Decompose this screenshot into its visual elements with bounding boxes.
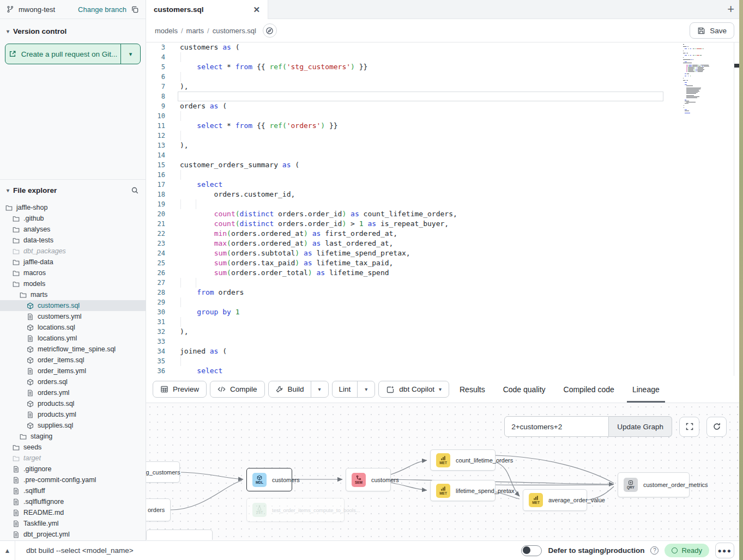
- file-tree-item[interactable]: order_items.sql: [0, 355, 146, 366]
- file-tree-item[interactable]: target: [0, 453, 146, 464]
- preview-button[interactable]: Preview: [153, 381, 207, 398]
- lineage-node-customer-order-metrics[interactable]: QRYcustomer_order_metrics: [618, 472, 690, 497]
- preview-label: Preview: [173, 385, 199, 393]
- lineage-node-test-order-items-compute-to-bools-[interactable]: TSTtest_order_items_compute_to_bools...: [246, 498, 345, 522]
- file-tree-item[interactable]: customers.yml: [0, 311, 146, 322]
- panel-tab-compiled-code[interactable]: Compiled code: [564, 376, 614, 403]
- lint-label: Lint: [339, 385, 351, 393]
- close-icon[interactable]: ✕: [253, 5, 260, 15]
- file-explorer-header[interactable]: ▾ File explorer: [0, 180, 146, 200]
- create-pr-button[interactable]: Create a pull request on Git...: [5, 44, 120, 64]
- tab-customers-sql[interactable]: customers.sql ✕: [146, 0, 268, 19]
- new-tab-button[interactable]: +: [727, 2, 734, 16]
- file-tree-item[interactable]: README.md: [0, 507, 146, 518]
- lint-button[interactable]: Lint: [333, 381, 358, 397]
- help-icon[interactable]: ?: [650, 546, 659, 555]
- lineage-node-customers[interactable]: MDLcustomers: [246, 468, 292, 491]
- code-lines: 3customers as (45 select * from {{ ref('…: [146, 42, 743, 376]
- dbt-cloud-ide: mwong-test Change branch ▾ Version contr…: [0, 0, 743, 560]
- file-name: metricflow_time_spine.sql: [38, 345, 116, 353]
- model-cube-icon: [27, 422, 34, 429]
- build-button[interactable]: Build: [269, 381, 311, 397]
- code-line: 4: [146, 52, 743, 62]
- file-tree-item[interactable]: macros: [0, 267, 146, 278]
- breadcrumb-marts[interactable]: marts: [186, 27, 204, 35]
- file-tree-item[interactable]: analyses: [0, 224, 146, 235]
- met-badge-icon: MET: [436, 484, 450, 498]
- file-tree-item[interactable]: staging: [0, 431, 146, 442]
- overflow-menu-button[interactable]: ●●●: [715, 543, 734, 558]
- change-branch-link[interactable]: Change branch: [78, 5, 126, 14]
- file-name: .sqlfluff: [23, 487, 45, 495]
- panel-tab-results[interactable]: Results: [460, 376, 485, 403]
- file-tree-item[interactable]: products.sql: [0, 398, 146, 409]
- lineage-node-count-lifetime-orders[interactable]: METcount_lifetime_orders: [430, 449, 496, 471]
- copilot-label: dbt Copilot: [399, 385, 434, 393]
- lint-dropdown[interactable]: ▾: [357, 381, 374, 397]
- file-tree-item[interactable]: .github: [0, 213, 146, 224]
- version-control-header[interactable]: ▾ Version control: [0, 19, 146, 40]
- expand-command-bar-button[interactable]: ▲: [0, 541, 15, 560]
- line-number: 23: [146, 239, 165, 248]
- save-button[interactable]: Save: [690, 22, 734, 39]
- file-tree-item[interactable]: dbt_packages: [0, 246, 146, 257]
- file-tree-item[interactable]: supplies.sql: [0, 420, 146, 431]
- lineage-node-orders[interactable]: MDLorders: [146, 498, 171, 521]
- file-tree-item[interactable]: jaffle-data: [0, 257, 146, 267]
- lineage-selector-input[interactable]: [504, 416, 609, 437]
- file-tree-item[interactable]: order_items.yml: [0, 366, 146, 376]
- file-tree-item[interactable]: .sqlfluff: [0, 485, 146, 496]
- build-dropdown[interactable]: ▾: [311, 381, 328, 397]
- version-control-title: Version control: [13, 27, 67, 35]
- file-tree-item[interactable]: locations.sql: [0, 322, 146, 333]
- copy-icon[interactable]: [131, 5, 139, 14]
- file-tree-item[interactable]: products.yml: [0, 409, 146, 420]
- dbt-copilot-button[interactable]: dbt Copilot ▾: [378, 381, 449, 398]
- lineage-node-customers[interactable]: SEMcustomers: [346, 468, 391, 491]
- panel-tab-lineage[interactable]: Lineage: [632, 376, 660, 403]
- file-tree-item[interactable]: Taskfile.yml: [0, 518, 146, 529]
- search-icon[interactable]: [131, 186, 139, 194]
- code-line: 12: [146, 131, 743, 141]
- breadcrumb-file[interactable]: customers.sql: [213, 27, 256, 35]
- lineage-canvas[interactable]: Update Graph MDLstg_customersMDLordersMD…: [146, 403, 743, 540]
- code-line: 14: [146, 150, 743, 160]
- folder-icon: [13, 270, 20, 277]
- update-graph-button[interactable]: Update Graph: [609, 416, 672, 437]
- file-tree-item[interactable]: .gitignore: [0, 464, 146, 474]
- compile-button[interactable]: Compile: [210, 381, 265, 398]
- lineage-node-stg-customers[interactable]: MDLstg_customers: [146, 461, 180, 483]
- mdl-badge-icon: MDL: [252, 473, 267, 487]
- file-tree-item[interactable]: dbt_project.yml: [0, 529, 146, 540]
- line-number: 26: [146, 268, 165, 278]
- create-pr-dropdown[interactable]: ▾: [120, 44, 140, 64]
- panel-tab-code-quality[interactable]: Code quality: [503, 376, 546, 403]
- minimap[interactable]: [683, 44, 730, 114]
- lineage-node-label: average_order_value: [548, 497, 605, 503]
- line-number: 19: [146, 199, 165, 209]
- fullscreen-button[interactable]: [679, 417, 699, 437]
- lineage-node-average-order-value[interactable]: METaverage_order_value: [523, 489, 587, 511]
- file-tree-item[interactable]: models: [0, 278, 146, 289]
- file-tree-item[interactable]: customers.sql: [0, 300, 146, 311]
- code-editor[interactable]: 3customers as (45 select * from {{ ref('…: [146, 42, 743, 376]
- file-tree-item[interactable]: orders.sql: [0, 376, 146, 387]
- file-tree-item[interactable]: seeds: [0, 442, 146, 453]
- breadcrumb-models[interactable]: models: [155, 27, 178, 35]
- folder-icon: [13, 215, 20, 222]
- file-tree-item[interactable]: metricflow_time_spine.sql: [0, 344, 146, 355]
- file-tree-item[interactable]: data-tests: [0, 235, 146, 246]
- file-tree-item[interactable]: marts: [0, 289, 146, 300]
- file-tree-item[interactable]: jaffle-shop: [0, 202, 146, 213]
- explore-compass-button[interactable]: [263, 23, 277, 38]
- refresh-button[interactable]: [706, 417, 727, 437]
- file-tree-item[interactable]: .pre-commit-config.yaml: [0, 474, 146, 485]
- lineage-node-lifetime-spend-pretax[interactable]: METlifetime_spend_pretax: [430, 480, 496, 501]
- file-tree-item[interactable]: orders.yml: [0, 387, 146, 398]
- file-tree-item[interactable]: .sqlfluffignore: [0, 496, 146, 507]
- lineage-node[interactable]: [146, 529, 213, 540]
- line-number: 9: [146, 101, 165, 111]
- file-tree-item[interactable]: locations.yml: [0, 333, 146, 344]
- defer-toggle[interactable]: [521, 545, 542, 556]
- line-number: 14: [146, 150, 165, 160]
